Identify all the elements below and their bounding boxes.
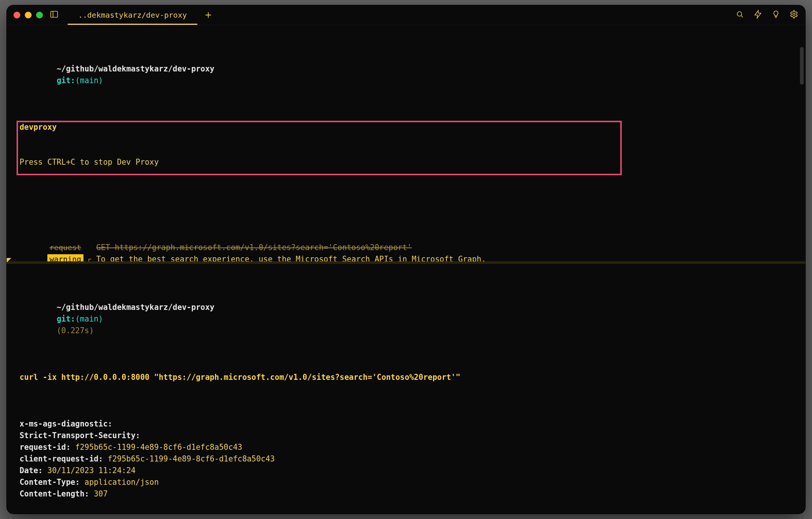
svg-point-4: [737, 12, 742, 16]
response-headers: x-ms-ags-diagnostic: Strict-Transport-Se…: [20, 418, 792, 500]
log-bracket: ┌: [83, 253, 96, 261]
prompt-git-args: (main): [75, 314, 103, 323]
prompt-git: git:: [57, 314, 75, 323]
header-key: Strict-Transport-Security:: [20, 431, 145, 440]
window-controls: [14, 12, 43, 18]
header-key: x-ms-ags-diagnostic:: [20, 419, 117, 428]
tab-label: ..dekmastykarz/dev-proxy: [78, 11, 187, 20]
header-key: Content-Length:: [20, 489, 94, 498]
header-value: f295b65c-1199-4e89-8cf6-d1efc8a50c43: [75, 443, 242, 452]
prompt-duration: (0.227s): [57, 326, 94, 335]
titlebar: ..dekmastykarz/dev-proxy: [7, 5, 805, 25]
log-row: warning┌To get the best search experienc…: [20, 253, 792, 261]
log-text: To get the best search experience, use t…: [96, 253, 792, 261]
header-value: 30/11/2023 11:24:24: [47, 466, 136, 475]
header-line: x-ms-ags-diagnostic:: [20, 418, 792, 430]
pane-bottom[interactable]: ~/github/waldekmastykarz/dev-proxy git:(…: [7, 264, 805, 514]
header-line: request-id: f295b65c-1199-4e89-8cf6-d1ef…: [20, 442, 792, 453]
header-line: Content-Length: 307: [20, 488, 792, 500]
header-line: Content-Type: application/json: [20, 477, 792, 488]
zoom-icon[interactable]: [36, 12, 43, 18]
svg-rect-0: [51, 11, 58, 17]
header-value: f295b65c-1199-4e89-8cf6-d1efc8a50c43: [108, 454, 275, 463]
prompt-git: git:: [57, 76, 75, 85]
prompt-line: ~/github/waldekmastykarz/dev-proxy git:(…: [20, 290, 792, 348]
prompt-path: ~/github/waldekmastykarz/dev-proxy: [57, 64, 215, 73]
svg-point-7: [793, 13, 795, 15]
terminal-window: ..dekmastykarz/dev-proxy ~/github/waldek…: [7, 5, 805, 514]
minimize-icon[interactable]: [25, 12, 32, 18]
close-icon[interactable]: [14, 12, 20, 18]
log-tag-col: warning: [20, 253, 83, 261]
header-key: request-id:: [20, 443, 75, 452]
log-text: GET https://graph.microsoft.com/v1.0/sit…: [96, 242, 792, 253]
header-key: Content-Type:: [20, 478, 85, 487]
log-tag-warning: warning: [47, 254, 83, 261]
bulb-icon[interactable]: [771, 10, 780, 20]
terminal-body: ~/github/waldekmastykarz/dev-proxy git:(…: [7, 25, 805, 514]
hint-line: Press CTRL+C to stop Dev Proxy: [20, 156, 792, 168]
prompt-path: ~/github/waldekmastykarz/dev-proxy: [57, 303, 215, 312]
tab-dev-proxy[interactable]: ..dekmastykarz/dev-proxy: [68, 5, 197, 25]
svg-line-5: [741, 16, 743, 18]
prompt-git-args: (main): [75, 76, 103, 85]
header-line: Date: 30/11/2023 11:24:24: [20, 465, 792, 477]
header-value: 307: [94, 489, 108, 498]
log-tag-col: request: [20, 242, 83, 253]
log-tag-request: request: [47, 243, 83, 253]
panel-toggle-icon[interactable]: [50, 10, 59, 20]
header-key: client-request-id:: [20, 454, 108, 463]
log-output: requestGET https://graph.microsoft.com/v…: [20, 242, 792, 261]
header-line: Strict-Transport-Security:: [20, 430, 792, 442]
new-tab-button[interactable]: [197, 5, 219, 25]
tab-bar: ..dekmastykarz/dev-proxy: [68, 5, 729, 25]
svg-marker-6: [755, 11, 761, 18]
header-key: Date:: [20, 466, 47, 475]
log-row: requestGET https://graph.microsoft.com/v…: [20, 242, 792, 253]
command-line: curl -ix http://0.0.0.0:8000 "https://gr…: [20, 372, 792, 383]
pane-top[interactable]: ~/github/waldekmastykarz/dev-proxy git:(…: [7, 25, 805, 261]
titlebar-actions: [735, 10, 798, 20]
command-line: devproxy: [20, 121, 792, 133]
search-icon[interactable]: [735, 10, 744, 20]
header-line: client-request-id: f295b65c-1199-4e89-8c…: [20, 453, 792, 465]
gear-icon[interactable]: [789, 10, 798, 20]
bolt-icon[interactable]: [753, 10, 762, 20]
blank-line: [20, 191, 792, 203]
header-value: application/json: [85, 478, 159, 487]
prompt-line: ~/github/waldekmastykarz/dev-proxy git:(…: [20, 52, 792, 98]
